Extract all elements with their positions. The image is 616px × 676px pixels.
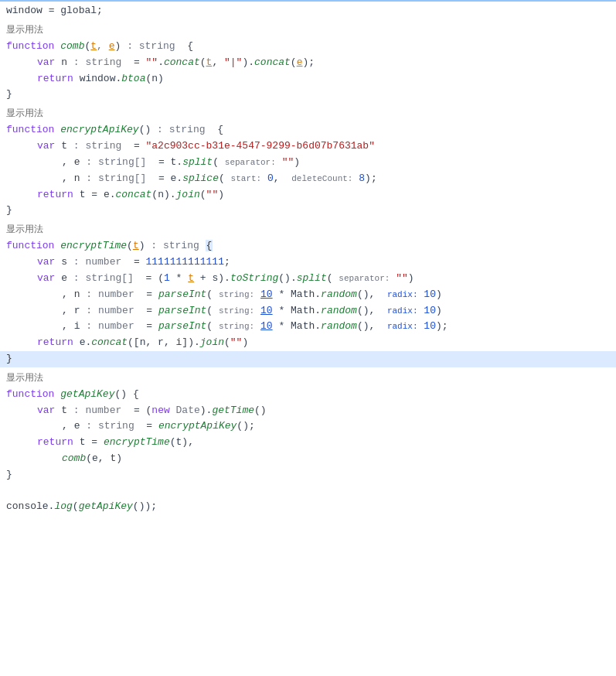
section-label-3: 显示用法 (0, 219, 616, 238)
code-line: , n : number = parseInt( string: 10 * Ma… (0, 287, 616, 303)
code-line: comb(e, t) (0, 451, 616, 467)
section-label-1: 显示用法 (0, 19, 616, 39)
code-line: , r : number = parseInt( string: 10 * Ma… (0, 303, 616, 319)
code-line: var e : string[] = (1 * t + s).toString(… (0, 271, 616, 287)
code-line: var n : string = "".concat(t, "|").conca… (0, 55, 616, 71)
section-label-4: 显示用法 (0, 367, 616, 387)
code-line: return window.btoa(n) (0, 71, 616, 87)
code-line: function getApiKey() { (0, 387, 616, 403)
code-line: var s : number = 1111111111111; (0, 254, 616, 271)
code-line: return e.concat([n, r, i]).join("") (0, 335, 616, 351)
code-line: , e : string = encryptApiKey(); (0, 418, 616, 435)
code-line: var t : number = (new Date).getTime() (0, 403, 616, 419)
code-line: , i : number = parseInt( string: 10 * Ma… (0, 319, 616, 335)
code-line: , e : string[] = t.split( separator: "") (0, 155, 616, 171)
code-line: } (0, 351, 616, 367)
code-line: function encryptTime(t) : string { (0, 238, 616, 254)
section-label-2: 显示用法 (0, 103, 616, 122)
code-line: } (0, 203, 616, 219)
code-line: return t = encryptTime(t), (0, 435, 616, 451)
code-line: function encryptApiKey() : string { (0, 122, 616, 138)
code-editor: window = global; 显示用法 function comb(t, e… (0, 0, 616, 676)
code-line: } (0, 467, 616, 483)
code-line: function comb(t, e) : string { (0, 39, 616, 55)
code-line: window = global; (0, 3, 616, 19)
code-line: console.log(getApiKey()); (0, 499, 616, 515)
code-line: , n : string[] = e.splice( start: 0, del… (0, 171, 616, 187)
code-line: var t : string = "a2c903cc-b31e-4547-929… (0, 138, 616, 155)
code-line: return t = e.concat(n).join("") (0, 187, 616, 203)
code-line: } (0, 87, 616, 103)
code-line-empty (0, 483, 616, 500)
